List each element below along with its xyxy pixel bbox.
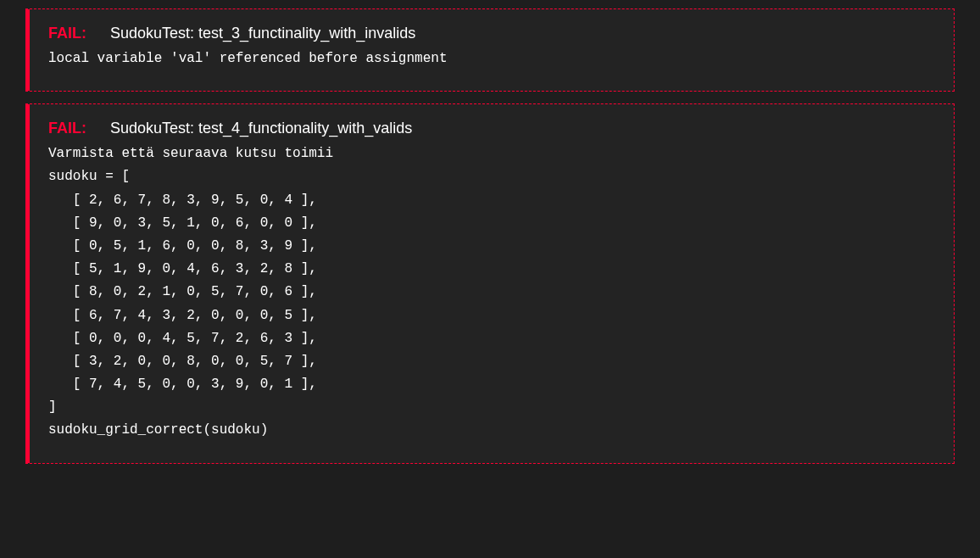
- test-name: SudokuTest: test_4_functionality_with_va…: [110, 120, 412, 137]
- test-result-header: FAIL: SudokuTest: test_3_functinality_wi…: [48, 25, 935, 42]
- fail-status-label: FAIL:: [48, 25, 86, 42]
- test-result-box: FAIL: SudokuTest: test_4_functionality_w…: [25, 103, 955, 463]
- test-name: SudokuTest: test_3_functinality_with_inv…: [110, 25, 415, 42]
- test-error-message: Varmista että seuraava kutsu toimii sudo…: [48, 142, 935, 442]
- test-result-header: FAIL: SudokuTest: test_4_functionality_w…: [48, 120, 935, 137]
- test-result-box: FAIL: SudokuTest: test_3_functinality_wi…: [25, 8, 955, 92]
- test-error-message: local variable 'val' referenced before a…: [48, 47, 935, 70]
- fail-status-label: FAIL:: [48, 120, 86, 137]
